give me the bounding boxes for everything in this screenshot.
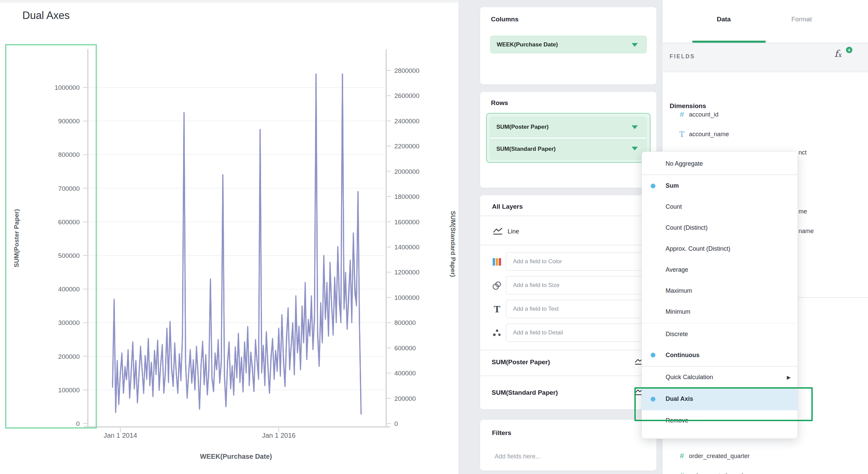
aggregation-context-menu: No AggregateSumCountCount (Distinct)Appr… [642, 151, 798, 439]
rows-pill-sum-standard-paper[interactable]: SUM(Standard Paper) [490, 139, 647, 159]
field-label: account_id [689, 111, 718, 118]
partially-hidden-field-fragment[interactable]: me [798, 208, 807, 215]
layer-row-sum-standard-paper[interactable]: SUM(Standard Paper) [492, 389, 558, 396]
left-tick-label: 200000 [58, 353, 80, 360]
drop-zone-placeholder: Add a field to Text [506, 306, 559, 312]
fields-header-label: FIELDS [670, 54, 695, 60]
menu-item-no-aggregate[interactable]: No Aggregate [642, 153, 797, 174]
right-tick-label: 200000 [394, 395, 416, 402]
rows-title: Rows [491, 99, 508, 107]
menu-item-minimum[interactable]: Minimum [642, 302, 797, 323]
chevron-down-icon[interactable] [632, 125, 638, 129]
drop-zone-color[interactable]: Add a field to Color [506, 252, 646, 271]
layer-row-sum-poster-paper[interactable]: SUM(Poster Paper) [492, 358, 550, 366]
add-calculated-field-button[interactable]: fx + [834, 48, 853, 64]
left-tick-label: 900000 [58, 118, 80, 125]
drop-zone-detail[interactable]: Add a field to Detail [506, 324, 646, 342]
menu-item-count[interactable]: Count [642, 197, 797, 218]
left-tick-label: 100000 [58, 387, 80, 394]
right-tick-label: 0 [394, 420, 398, 427]
columns-pill-week-purchase-date[interactable]: WEEK(Purchase Date) [490, 36, 647, 54]
x-axis-title: WEEK(Purchase Date) [200, 453, 272, 460]
chevron-down-icon[interactable] [632, 43, 638, 47]
divider [480, 245, 656, 245]
right-tick-label: 1800000 [394, 193, 419, 200]
menu-item-label: Average [666, 266, 688, 273]
right-tick-label: 800000 [394, 319, 416, 326]
series-line-SUM(Poster Paper) [113, 74, 361, 413]
drop-zone-text[interactable]: Add a field to Text [506, 300, 646, 318]
menu-item-maximum[interactable]: Maximum [642, 281, 797, 302]
selected-dot-icon [651, 397, 655, 401]
right-tick-label: 1600000 [394, 219, 419, 226]
menu-item-dual-axis[interactable]: Dual Axis [642, 388, 797, 410]
tab-format[interactable]: Format [791, 16, 812, 23]
menu-separator [642, 366, 797, 367]
filters-card: Filters Add fields here... [480, 419, 657, 471]
number-field-icon: # [676, 471, 688, 474]
field-label: order_created_week [689, 472, 745, 474]
left-tick-label: 400000 [58, 286, 80, 293]
tab-data[interactable]: Data [717, 16, 731, 23]
field-account_id[interactable]: #account_id [676, 108, 718, 121]
selected-dot-icon [651, 353, 655, 357]
right-tick-label: 2600000 [394, 92, 419, 99]
chevron-down-icon[interactable] [632, 147, 638, 150]
columns-title: Columns [491, 16, 518, 23]
menu-item-continuous[interactable]: Continuous [642, 345, 797, 366]
right-tick-label: 2200000 [394, 143, 419, 150]
field-order_created_week[interactable]: #order_created_week [676, 470, 745, 474]
left-tick-label: 600000 [58, 219, 80, 226]
menu-item-discrete[interactable]: Discrete [642, 324, 797, 345]
menu-item-label: Count (Distinct) [666, 224, 708, 231]
menu-item-average[interactable]: Average [642, 260, 797, 281]
fx-icon: fx [834, 48, 842, 59]
dual-axis-line-chart: 0100000200000300000400000500000600000700… [0, 0, 458, 474]
app-window: Dual Axes 010000020000030000040000050000… [0, 0, 868, 474]
left-tick-label: 800000 [58, 151, 80, 158]
left-axis-line [87, 49, 88, 428]
submenu-arrow-icon: ▶ [787, 374, 791, 380]
right-tick-label: 400000 [394, 370, 416, 377]
menu-item-remove[interactable]: Remove [642, 410, 797, 431]
menu-item-label: Dual Axis [666, 395, 693, 403]
right-axis-title: SUM(Standard Paper) [450, 211, 457, 277]
left-tick-label: 700000 [58, 185, 80, 192]
right-tick-label: 2400000 [394, 118, 419, 125]
divider [480, 350, 656, 350]
partially-hidden-field-fragment[interactable]: name [798, 228, 814, 235]
x-tick-label: Jan 1 2014 [103, 432, 137, 439]
menu-item-count-distinct-[interactable]: Count (Distinct) [642, 218, 797, 239]
drop-zone-placeholder: Add a field to Detail [506, 329, 563, 336]
menu-item-approx-count-distinct-[interactable]: Approx. Count (Distinct) [642, 239, 797, 260]
text-icon: T [492, 304, 502, 314]
menu-item-label: Maximum [666, 287, 692, 294]
field-label: account_name [689, 131, 729, 138]
text-field-icon: T [676, 130, 688, 139]
chart-type-label: Line [508, 228, 519, 235]
selected-dot-icon [651, 184, 655, 188]
field-account_name[interactable]: Taccount_name [676, 128, 729, 140]
menu-item-label: Continuous [666, 352, 699, 359]
menu-item-sum[interactable]: Sum [642, 176, 797, 197]
menu-item-label: Sum [666, 182, 679, 189]
fields-header-bar: FIELDS fx + [662, 43, 868, 72]
menu-item-label: Remove [666, 417, 688, 424]
rows-pill-sum-poster-paper[interactable]: SUM(Poster Paper) [490, 117, 647, 138]
filters-drop-zone[interactable]: Add fields here... [495, 453, 540, 460]
size-icon [492, 281, 502, 291]
rows-pill-label: SUM(Poster Paper) [490, 124, 549, 130]
x-tick-label: Jan 1 2016 [262, 432, 296, 439]
chart-type-row[interactable]: Line [493, 225, 560, 238]
chart-panel: Dual Axes 010000020000030000040000050000… [0, 0, 458, 474]
menu-item-quick-calculation[interactable]: Quick Calculation▶ [642, 367, 797, 388]
drop-zone-size[interactable]: Add a field to Size [506, 276, 646, 294]
field-order_created_quarter[interactable]: #order_created_quarter [676, 450, 750, 462]
right-axis-line [386, 49, 387, 428]
columns-pill-label: WEEK(Purchase Date) [490, 41, 558, 48]
partially-hidden-field-fragment[interactable]: nct [798, 149, 807, 156]
menu-item-label: Discrete [666, 331, 688, 338]
right-tick-label: 1400000 [394, 244, 419, 251]
drop-zone-placeholder: Add a field to Size [506, 282, 559, 289]
x-axis-line [84, 426, 390, 428]
